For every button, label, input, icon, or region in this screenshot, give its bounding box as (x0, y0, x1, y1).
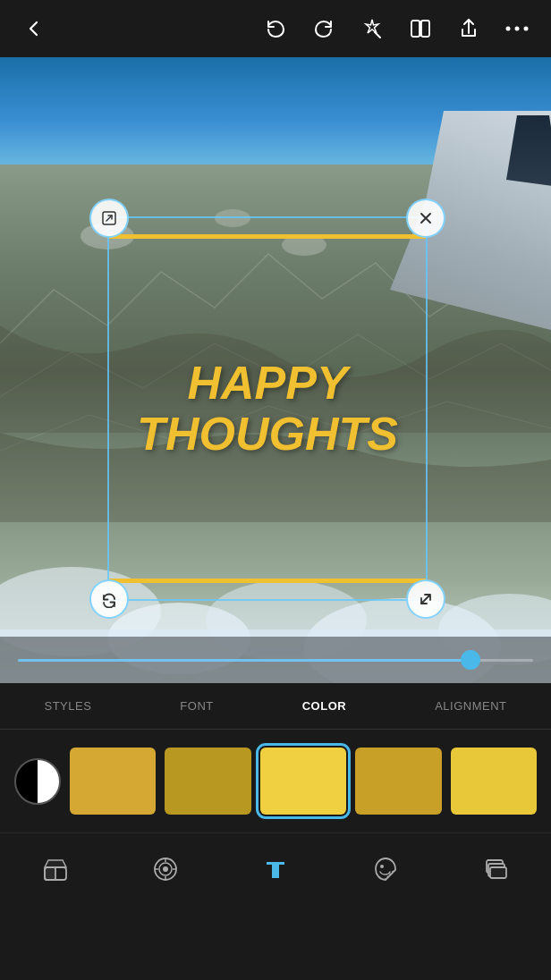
sticker-tool[interactable] (362, 846, 409, 892)
color-picker-row (0, 730, 551, 832)
slider-thumb[interactable] (461, 650, 480, 670)
rotate-handle[interactable] (89, 579, 129, 619)
svg-point-4 (515, 27, 520, 31)
svg-point-25 (380, 865, 384, 868)
undo-button[interactable] (259, 13, 292, 45)
tab-color[interactable]: COLOR (288, 692, 360, 720)
color-wheel-button[interactable] (14, 758, 61, 805)
resize-handle[interactable] (406, 579, 445, 619)
share-button[interactable] (453, 13, 485, 45)
top-bar-center (259, 13, 533, 45)
eraser-icon (39, 853, 72, 885)
tab-alignment[interactable]: ALIGNMENT (420, 692, 521, 720)
magic-button[interactable] (356, 13, 388, 45)
color-swatch-1[interactable] (70, 748, 156, 815)
eraser-tool[interactable] (32, 846, 79, 892)
redo-button[interactable] (308, 13, 340, 45)
sticker-icon (369, 853, 402, 885)
text-line2: THOUGHTS (137, 409, 398, 460)
text-box-bottom-line (109, 579, 426, 583)
effects-icon (149, 853, 182, 885)
text-line1: HAPPY (137, 358, 398, 409)
edit-handle[interactable] (89, 199, 129, 238)
text-box-top-line (109, 234, 426, 239)
svg-point-20 (163, 866, 168, 872)
tab-styles[interactable]: STYLES (30, 692, 106, 720)
svg-rect-17 (45, 867, 55, 880)
compare-button[interactable] (404, 13, 437, 45)
top-bar-left (18, 13, 50, 45)
tab-font[interactable]: FONT (165, 692, 227, 720)
slider-fill (18, 659, 471, 662)
text-icon (259, 853, 292, 885)
color-swatch-4[interactable] (355, 748, 441, 815)
image-canvas[interactable]: HAPPY THOUGHTS (0, 57, 551, 683)
overlay-text: HAPPY THOUGHTS (137, 358, 398, 460)
more-button[interactable] (501, 13, 533, 45)
layers-icon (479, 853, 512, 885)
close-handle[interactable] (406, 199, 445, 238)
slider-track[interactable] (18, 659, 533, 662)
back-button[interactable] (18, 13, 50, 45)
slider-area (0, 637, 551, 683)
tabs-row: STYLES FONT COLOR ALIGNMENT (0, 683, 551, 730)
effects-tool[interactable] (142, 846, 189, 892)
svg-point-3 (506, 27, 511, 31)
layers-tool[interactable] (472, 846, 519, 892)
svg-rect-1 (421, 21, 429, 37)
text-tool[interactable] (252, 846, 299, 892)
svg-rect-28 (490, 867, 506, 878)
color-swatch-2[interactable] (165, 748, 250, 815)
color-swatch-5[interactable] (451, 748, 537, 815)
svg-rect-0 (411, 21, 420, 37)
bottom-toolbar (0, 832, 551, 904)
text-selection-box[interactable]: HAPPY THOUGHTS (107, 216, 428, 601)
color-swatch-3[interactable] (260, 748, 346, 815)
svg-point-5 (524, 27, 529, 31)
top-bar (0, 0, 551, 57)
